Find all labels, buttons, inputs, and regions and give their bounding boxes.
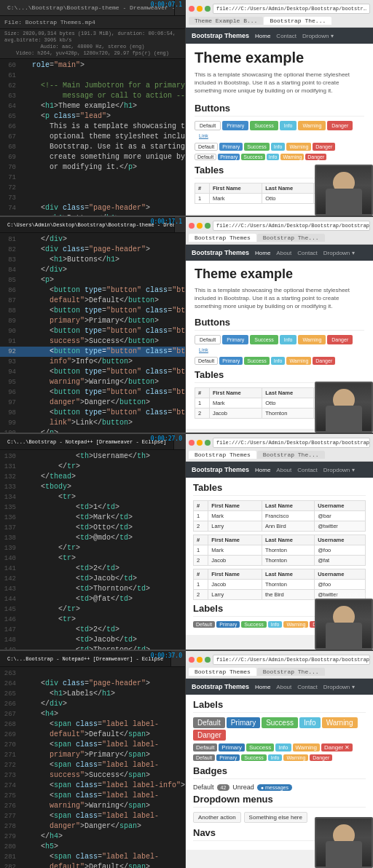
btn2-warning-sm[interactable]: Warning (286, 357, 311, 365)
btn-success-md[interactable]: Success (244, 143, 269, 151)
browser-close-btn-4[interactable] (189, 657, 195, 663)
watermark-4: www.cgkku.com (335, 810, 372, 816)
nav-link-home-4[interactable]: Home (255, 684, 270, 690)
nav-link-contact-4[interactable]: Contact (297, 684, 318, 690)
browser-tab-2-1[interactable]: Bootstrap Themes (189, 234, 256, 242)
browser-maximize-btn[interactable] (205, 6, 211, 12)
browser-minimize-btn[interactable] (197, 6, 203, 12)
nav-link-contact-3[interactable]: Contact (297, 467, 318, 473)
browser-url-bar-4[interactable]: file:///C:/Users/Admin/Desktop/Bootstrap… (213, 655, 370, 665)
media-info-detail: Size: 2020,09,314 bytes (191.3 MiB), dur… (0, 29, 185, 59)
table-header-lastname: Last Name (262, 183, 314, 193)
btn2-default-sm[interactable]: Default (195, 357, 218, 365)
btn2-danger-sm[interactable]: Danger (313, 357, 335, 365)
browser-tab-2-2[interactable]: Bootstrap The... (257, 234, 325, 242)
tables-title-3: Tables (193, 482, 366, 496)
preview-table-3-1: # First Name Last Name Username 1 Mark F… (193, 500, 366, 532)
dropdown-item-2[interactable]: Something else here (244, 812, 307, 823)
browser-minimize-btn-2[interactable] (197, 223, 203, 229)
nav-link-dropdown-4[interactable]: Dropdown ▾ (323, 684, 355, 690)
browser-tab-3-1[interactable]: Bootstrap Themes (189, 451, 256, 459)
browser-tab-4-1[interactable]: Bootstrap Themes (189, 668, 256, 676)
btn-success-lg[interactable]: Success (250, 121, 278, 130)
code-line-3-136: 136 <td>Mark</td> (0, 513, 185, 523)
nav-link-home-2[interactable]: Home (255, 250, 270, 256)
btn-danger-md[interactable]: Danger (313, 143, 335, 151)
code-line-74: 74 <div class="page-header"> (0, 203, 185, 213)
btn2-danger[interactable]: Danger (327, 335, 353, 344)
dropdown-item-1[interactable]: Another action (193, 812, 241, 823)
browser-close-btn-3[interactable] (189, 440, 195, 446)
nav-link-dropdown[interactable]: Dropdown ▾ (302, 33, 334, 39)
nav-link-home-3[interactable]: Home (255, 467, 270, 473)
btn-info-lg[interactable]: Info (280, 121, 297, 130)
btn2-link[interactable]: Link (195, 346, 213, 354)
nav-link-about-3[interactable]: About (276, 467, 291, 473)
browser-tab-1[interactable]: Theme Example B... (189, 17, 263, 25)
label-default-h6: Default (193, 754, 215, 761)
person-body-4 (326, 841, 362, 867)
btn2-primary-sm[interactable]: Primary (219, 357, 243, 365)
nav-link-contact[interactable]: Contact (276, 33, 297, 39)
td3-1-1-n: 1 (194, 511, 208, 521)
btn-info-sm[interactable]: Info (267, 154, 280, 160)
nav-link-dropdown-3[interactable]: Dropdown ▾ (323, 467, 355, 473)
badge-default: 42 (217, 784, 230, 791)
buttons-title-2: Buttons (195, 317, 364, 331)
btn-warning-lg[interactable]: Warning (298, 121, 326, 130)
url-text: file:///C:/Users/Admin/Desktop/Bootstrap… (216, 6, 366, 12)
browser-url-bar-3[interactable]: file:///C:/Users/Admin/Desktop/Bootstrap… (213, 438, 370, 448)
nav-link-about-4[interactable]: About (276, 684, 291, 690)
btn2-default[interactable]: Default (195, 335, 221, 344)
browser-tab-3-2[interactable]: Bootstrap The... (257, 451, 325, 459)
browser-close-btn-2[interactable] (189, 223, 195, 229)
nav-link-home[interactable]: Home (255, 33, 270, 39)
code-line-3-149: 149 <td>Thornton</td> (0, 645, 185, 650)
browser-url-bar[interactable]: file:///C:/Users/Admin/Desktop/Bootstrap… (213, 4, 370, 14)
btn-default-lg[interactable]: Default (195, 121, 221, 130)
btn-info-md[interactable]: Info (271, 143, 286, 151)
browser-tab-4-2[interactable]: Bootstrap The... (257, 668, 325, 676)
browser-url-bar-2[interactable]: file:///C:/Users/Admin/Desktop/Bootstrap… (213, 221, 370, 231)
code-line-2-90: 90 <button type="button" class="btn btn-… (0, 326, 185, 336)
code-line-4-273: 273 success">Success</span> (0, 770, 185, 781)
td3-2-2-u: @fat (315, 556, 366, 566)
browser-maximize-btn-4[interactable] (205, 657, 211, 663)
cell-1-last: Otto (262, 193, 314, 203)
btn-warning-sm[interactable]: Warning (280, 154, 304, 160)
browser-maximize-btn-2[interactable] (205, 223, 211, 229)
preview-description: This is a template showcasing the option… (195, 71, 364, 95)
browser-tab-2[interactable]: Bootstrap The... (264, 17, 331, 25)
table-header-num: # (195, 183, 210, 193)
btn2-info[interactable]: Info (280, 335, 297, 344)
btn-danger-lg[interactable]: Danger (327, 121, 353, 130)
btn-primary-sm[interactable]: Primary (218, 154, 240, 160)
browser-close-btn[interactable] (189, 6, 195, 12)
btn2-primary[interactable]: Primary (222, 335, 248, 344)
btn-danger-sm[interactable]: Danger (305, 154, 326, 160)
td3-3-1-n: 1 (194, 580, 208, 590)
btn-default-md[interactable]: Default (195, 143, 218, 151)
nav-link-dropdown-2[interactable]: Dropdown ▾ (323, 250, 355, 256)
btn2-success-sm[interactable]: Success (244, 357, 269, 365)
browser-minimize-btn-3[interactable] (197, 440, 203, 446)
btn-default-sm[interactable]: Default (195, 154, 216, 160)
btn-success-sm[interactable]: Success (241, 154, 264, 160)
code-lines-2: 81 </div> 82 <div class="page-header"> 8… (0, 233, 185, 433)
tr3-3-1: 1 Jacob Thornton @foo (194, 580, 366, 590)
btn-primary-md[interactable]: Primary (219, 143, 243, 151)
editor-tab-1-filename: C:\...\Bootstrap\Bootstrap-theme - Dream… (0, 0, 175, 15)
browser-minimize-btn-4[interactable] (197, 657, 203, 663)
browser-maximize-btn-3[interactable] (205, 440, 211, 446)
timestamp-2: 0:00:17.1 (151, 218, 182, 225)
btn-link-lg[interactable]: Link (195, 132, 213, 140)
nav-link-contact-2[interactable]: Contact (297, 250, 318, 256)
media-info: Size: 2020,09,314 bytes (191.3 MiB), dur… (4, 31, 181, 44)
btn2-warning[interactable]: Warning (298, 335, 326, 344)
nav-link-about-2[interactable]: About (276, 250, 291, 256)
btn2-info-sm[interactable]: Info (271, 357, 286, 365)
btn-warning-md[interactable]: Warning (286, 143, 311, 151)
browser-toolbar-3: file:///C:/Users/Admin/Desktop/Bootstrap… (189, 436, 370, 449)
btn2-success[interactable]: Success (250, 335, 278, 344)
btn-primary-lg[interactable]: Primary (222, 121, 248, 130)
